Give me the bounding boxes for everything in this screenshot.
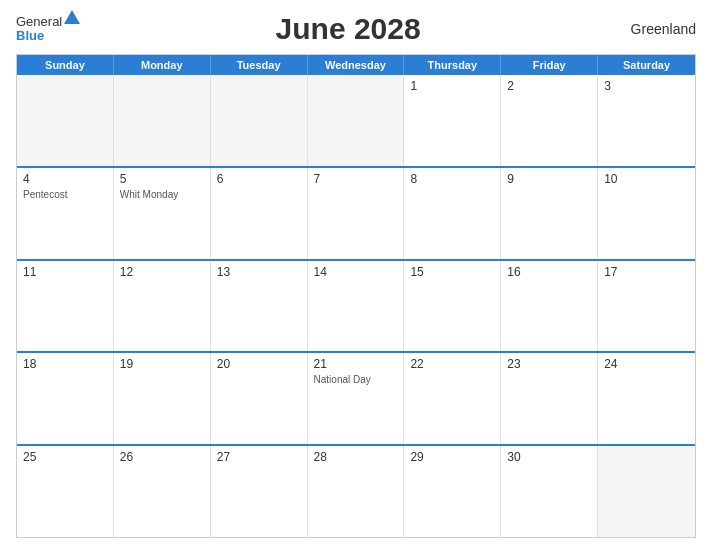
day-number: 4 [23,172,107,186]
day-number: 1 [410,79,494,93]
day-number: 23 [507,357,591,371]
day-number: 15 [410,265,494,279]
calendar-week-2: 4Pentecost5Whit Monday678910 [17,168,695,261]
day-number: 18 [23,357,107,371]
calendar-week-1: 123 [17,75,695,168]
calendar-cell: 22 [404,353,501,444]
calendar-cell: 3 [598,75,695,166]
calendar-cell: 24 [598,353,695,444]
day-number: 19 [120,357,204,371]
day-number: 11 [23,265,107,279]
day-number: 2 [507,79,591,93]
day-number: 28 [314,450,398,464]
calendar-cell: 21National Day [308,353,405,444]
day-number: 25 [23,450,107,464]
calendar-cell: 4Pentecost [17,168,114,259]
weekday-header-tuesday: Tuesday [211,55,308,75]
calendar-cell: 11 [17,261,114,352]
day-number: 26 [120,450,204,464]
calendar-cell: 10 [598,168,695,259]
weekday-header-monday: Monday [114,55,211,75]
calendar-cell: 19 [114,353,211,444]
day-number: 16 [507,265,591,279]
day-number: 21 [314,357,398,371]
weekday-header-thursday: Thursday [404,55,501,75]
calendar-cell: 26 [114,446,211,537]
page: General Blue June 2028 Greenland SundayM… [0,0,712,550]
day-number: 7 [314,172,398,186]
calendar-cell: 27 [211,446,308,537]
day-event: National Day [314,373,398,386]
day-number: 8 [410,172,494,186]
logo: General Blue [16,15,80,44]
calendar-cell [114,75,211,166]
day-number: 22 [410,357,494,371]
weekday-header-saturday: Saturday [598,55,695,75]
region-label: Greenland [616,21,696,37]
calendar-week-4: 18192021National Day222324 [17,353,695,446]
calendar-cell: 14 [308,261,405,352]
day-number: 24 [604,357,689,371]
day-number: 20 [217,357,301,371]
calendar-cell: 8 [404,168,501,259]
day-number: 3 [604,79,689,93]
calendar-cell: 20 [211,353,308,444]
calendar-cell: 29 [404,446,501,537]
calendar-cell: 25 [17,446,114,537]
day-number: 29 [410,450,494,464]
calendar-week-3: 11121314151617 [17,261,695,354]
calendar-cell: 15 [404,261,501,352]
calendar-cell: 28 [308,446,405,537]
day-number: 6 [217,172,301,186]
calendar-cell: 16 [501,261,598,352]
day-number: 5 [120,172,204,186]
calendar-cell: 30 [501,446,598,537]
calendar-cell: 17 [598,261,695,352]
calendar-cell [598,446,695,537]
calendar-cell: 1 [404,75,501,166]
day-number: 9 [507,172,591,186]
calendar-cell [17,75,114,166]
calendar-cell: 18 [17,353,114,444]
calendar: SundayMondayTuesdayWednesdayThursdayFrid… [16,54,696,538]
calendar-cell: 9 [501,168,598,259]
day-number: 13 [217,265,301,279]
weekday-header-sunday: Sunday [17,55,114,75]
calendar-week-5: 252627282930 [17,446,695,537]
calendar-cell: 2 [501,75,598,166]
day-event: Whit Monday [120,188,204,201]
header: General Blue June 2028 Greenland [16,12,696,46]
calendar-body: 1234Pentecost5Whit Monday678910111213141… [17,75,695,537]
calendar-header: SundayMondayTuesdayWednesdayThursdayFrid… [17,55,695,75]
calendar-cell: 12 [114,261,211,352]
day-event: Pentecost [23,188,107,201]
logo-blue: Blue [16,29,44,43]
calendar-cell [308,75,405,166]
day-number: 17 [604,265,689,279]
day-number: 14 [314,265,398,279]
calendar-cell: 23 [501,353,598,444]
calendar-cell: 6 [211,168,308,259]
weekday-header-wednesday: Wednesday [308,55,405,75]
calendar-title: June 2028 [80,12,616,46]
logo-triangle-icon [64,10,80,24]
calendar-cell: 5Whit Monday [114,168,211,259]
day-number: 27 [217,450,301,464]
calendar-cell [211,75,308,166]
calendar-cell: 7 [308,168,405,259]
calendar-cell: 13 [211,261,308,352]
weekday-header-friday: Friday [501,55,598,75]
day-number: 12 [120,265,204,279]
logo-general: General [16,15,62,29]
day-number: 30 [507,450,591,464]
day-number: 10 [604,172,689,186]
